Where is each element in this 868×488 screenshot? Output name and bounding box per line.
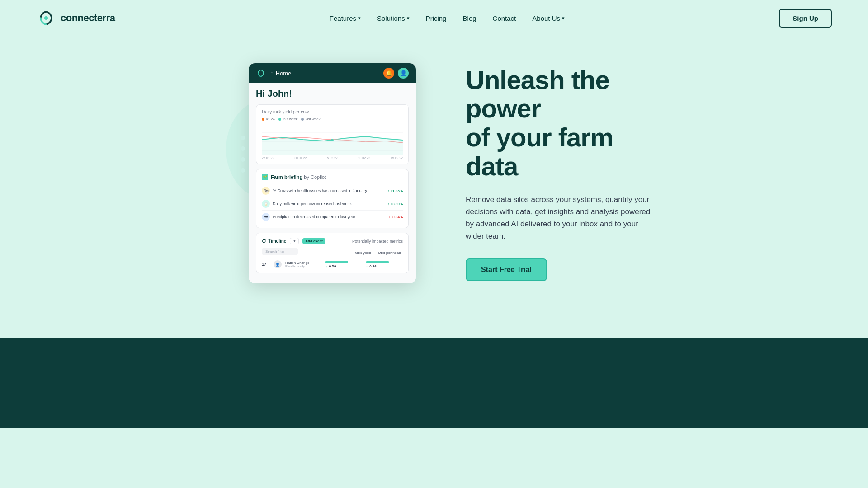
chevron-icon: ▾ <box>562 15 565 21</box>
dmi-value: 0.86 <box>369 264 377 268</box>
add-event-button[interactable]: Add event <box>302 238 326 244</box>
chevron-icon: ▾ <box>358 15 361 21</box>
notification-icon[interactable]: 🔔 <box>383 68 394 79</box>
legend-dot <box>278 118 281 121</box>
briefing-item: 🐄 % Cows with health issues has increase… <box>262 184 403 197</box>
sidebar-dot[interactable] <box>241 157 245 162</box>
signup-button[interactable]: Sign Up <box>779 9 832 28</box>
hero-headline: Unleash the power of your farm data <box>466 66 656 181</box>
dash-home-label: ⌂ Home <box>270 70 291 77</box>
chart-legend: 41.24 this week last week <box>262 117 403 121</box>
nav-pricing[interactable]: Pricing <box>426 14 447 22</box>
logo-icon <box>36 8 56 28</box>
legend-item: last week <box>301 117 320 121</box>
legend-dot <box>301 118 304 121</box>
chevron-icon: ▾ <box>407 15 410 21</box>
metric-up-icon: ↑ <box>366 265 368 268</box>
legend-item: this week <box>278 117 297 121</box>
hero-subtext: Remove data silos across your systems, q… <box>466 193 656 243</box>
col-dmi: DMI per head <box>378 251 401 255</box>
dmi-metric: ↑ 0.86 <box>366 261 403 268</box>
chart-title: Daily milk yield per cow <box>262 109 403 114</box>
sidebar-dot[interactable] <box>241 136 245 140</box>
dashboard-body: Hi John! Daily milk yield per cow 41.24 … <box>249 83 416 283</box>
legend-dot <box>262 118 264 121</box>
dash-header-icons: 🔔 👤 <box>383 68 409 79</box>
sidebar-dot[interactable] <box>241 168 245 173</box>
nav-contact[interactable]: Contact <box>493 14 516 22</box>
milk-yield-metric: ↑ 0.50 <box>326 261 362 268</box>
hero-text: Unleash the power of your farm data Remo… <box>466 66 656 282</box>
briefing-item: 🌧 Precipitation decreased compared to la… <box>262 210 403 223</box>
clock-icon: ⏱ <box>262 239 266 244</box>
sidebar-dots <box>241 136 245 173</box>
briefing-cow-icon: 🐄 <box>262 187 270 195</box>
milk-yield-bar <box>326 261 348 263</box>
milk-yield-value: 0.50 <box>329 264 336 268</box>
briefing-header: 🌱 Farm briefing by Copilot <box>262 174 403 180</box>
user-icon[interactable]: 👤 <box>398 68 409 79</box>
timeline-label: ⏱ Timeline <box>262 239 286 244</box>
briefing-rain-icon: 🌧 <box>262 213 270 221</box>
svg-point-0 <box>44 16 48 20</box>
dashboard-header: ⌂ Home 🔔 👤 <box>249 63 416 83</box>
metric-up-icon: ↑ <box>326 265 327 268</box>
dashboard-mockup: ⌂ Home 🔔 👤 Hi John! Daily milk yield per… <box>249 63 420 283</box>
timeline-date: 17 <box>262 262 270 267</box>
nav-blog[interactable]: Blog <box>463 14 476 22</box>
nav-about[interactable]: About Us ▾ <box>532 14 565 22</box>
chart-x-labels: 25.01.22 30.01.22 5.02.22 10.02.22 15.02… <box>262 156 403 160</box>
chart-widget: Daily milk yield per cow 41.24 this week <box>256 104 409 164</box>
navbar: connecterra Features ▾ Solutions ▾ Prici… <box>0 0 868 36</box>
timeline-header: ⏱ Timeline ▼ Add event Potentially impac… <box>262 238 403 244</box>
timeline-filter[interactable]: ▼ <box>290 238 299 244</box>
dashboard-greeting: Hi John! <box>256 89 409 99</box>
chart-area <box>262 124 403 155</box>
chart-svg <box>262 124 403 155</box>
timeline-event-text: Ration Change <box>285 261 322 265</box>
timeline-row: 17 👤 Ration Change Results ready <box>262 260 403 268</box>
nav-links: Features ▾ Solutions ▾ Pricing Blog Cont… <box>330 14 565 22</box>
nav-features[interactable]: Features ▾ <box>330 14 361 22</box>
briefing-badge-3: ↓ -0.64% <box>388 215 403 219</box>
potentially-label: Potentially impacted metrics <box>352 239 403 244</box>
dash-logo-icon <box>256 68 266 78</box>
timeline-widget: ⏱ Timeline ▼ Add event Potentially impac… <box>256 233 409 273</box>
col-milk-yield: Milk yield <box>355 251 371 255</box>
briefing-icon: 🌱 <box>262 174 268 180</box>
dashboard-card: ⌂ Home 🔔 👤 Hi John! Daily milk yield per… <box>249 63 416 283</box>
home-icon: ⌂ <box>270 70 274 76</box>
footer-dark <box>0 338 868 428</box>
briefing-widget: 🌱 Farm briefing by Copilot 🐄 % Cows with… <box>256 169 409 228</box>
sidebar-dot[interactable] <box>241 146 245 151</box>
logo-text: connecterra <box>61 12 115 24</box>
briefing-milk-icon: 🥛 <box>262 200 270 208</box>
nav-solutions[interactable]: Solutions ▾ <box>377 14 410 22</box>
briefing-badge-1: ↑ +1.35% <box>387 189 403 193</box>
timeline-search-row: Search filter Milk yield DMI per head <box>262 248 403 258</box>
cta-button[interactable]: Start Free Trial <box>466 258 547 281</box>
search-bar[interactable]: Search filter <box>262 248 298 255</box>
legend-item: 41.24 <box>262 117 275 121</box>
dmi-bar <box>366 261 389 263</box>
logo[interactable]: connecterra <box>36 8 115 28</box>
timeline-event-sub: Results ready <box>285 265 322 268</box>
hero-section: ⌂ Home 🔔 👤 Hi John! Daily milk yield per… <box>0 36 868 310</box>
svg-point-7 <box>331 139 334 141</box>
briefing-item: 🥛 Daily milk yield per cow increased las… <box>262 197 403 210</box>
timeline-event-icon: 👤 <box>274 260 282 268</box>
briefing-badge-2: ↑ +3.89% <box>387 202 403 206</box>
